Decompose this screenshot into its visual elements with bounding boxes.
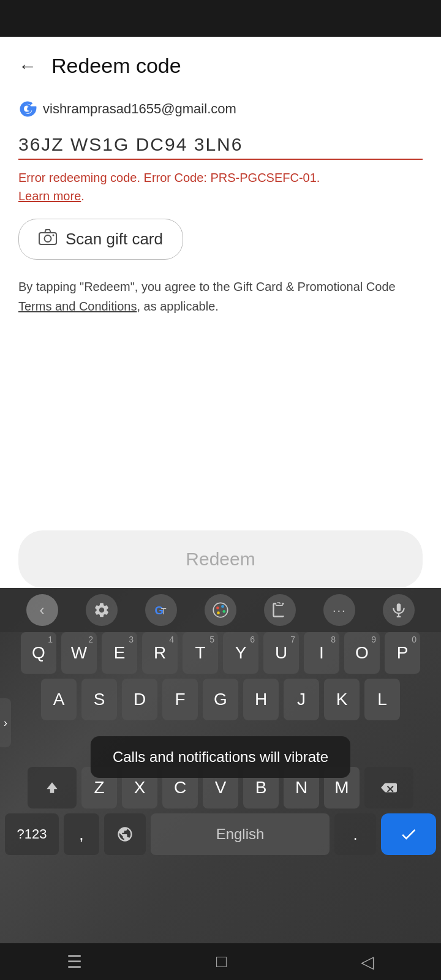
learn-more-link[interactable]: Learn more xyxy=(18,189,81,203)
sidebar-handle[interactable]: › xyxy=(0,698,11,747)
key-q[interactable]: 1Q xyxy=(21,632,56,674)
key-i[interactable]: 8I xyxy=(304,632,339,674)
svg-point-10 xyxy=(222,610,225,613)
key-k[interactable]: K xyxy=(324,679,360,720)
svg-point-4 xyxy=(53,235,55,236)
key-h[interactable]: H xyxy=(243,679,279,720)
toast-notification: Calls and notifications will vibrate xyxy=(91,736,350,778)
nav-bar: ☰ □ ◁ xyxy=(0,943,441,980)
key-f[interactable]: F xyxy=(162,679,198,720)
key-t[interactable]: 5T xyxy=(183,632,218,674)
key-e[interactable]: 3E xyxy=(102,632,137,674)
key-backspace[interactable] xyxy=(364,767,413,809)
key-globe[interactable] xyxy=(104,813,146,855)
key-o[interactable]: 9O xyxy=(344,632,380,674)
account-email: vishramprasad1655@gmail.com xyxy=(43,101,236,117)
error-text: Error redeeming code. Error Code: PRS-PG… xyxy=(18,171,320,184)
keyboard-toolbar: ‹ G T ··· xyxy=(0,588,441,632)
key-space[interactable]: English xyxy=(151,813,330,855)
page-title: Redeem code xyxy=(51,54,181,78)
scan-gift-card-button[interactable]: Scan gift card xyxy=(18,219,183,260)
keyboard-mic-button[interactable] xyxy=(383,594,415,626)
keyboard-translate-button[interactable]: G T xyxy=(145,594,177,626)
key-comma[interactable]: , xyxy=(64,813,99,855)
key-a[interactable]: A xyxy=(41,679,77,720)
nav-menu-button[interactable]: ☰ xyxy=(67,952,82,972)
svg-point-8 xyxy=(216,606,219,609)
key-g[interactable]: G xyxy=(203,679,238,720)
svg-text:T: T xyxy=(161,606,167,616)
account-row: G vishramprasad1655@gmail.com xyxy=(18,100,423,118)
key-symbols[interactable]: ?123 xyxy=(5,813,59,855)
nav-back-button[interactable]: ◁ xyxy=(361,952,374,972)
keyboard-settings-button[interactable] xyxy=(86,594,118,626)
google-logo: G xyxy=(18,100,37,118)
header: ← Redeem code xyxy=(18,37,423,90)
key-l[interactable]: L xyxy=(364,679,400,720)
keyboard-more-button[interactable]: ··· xyxy=(323,594,355,626)
svg-text:G: G xyxy=(21,101,32,116)
nav-home-button[interactable]: □ xyxy=(216,952,227,971)
scan-gift-card-label: Scan gift card xyxy=(66,230,163,249)
key-p[interactable]: 0P xyxy=(385,632,420,674)
code-input[interactable] xyxy=(18,130,423,160)
svg-point-9 xyxy=(221,605,224,608)
error-message: Error redeeming code. Error Code: PRS-PG… xyxy=(18,168,423,205)
key-r[interactable]: 4R xyxy=(142,632,178,674)
key-y[interactable]: 6Y xyxy=(223,632,258,674)
svg-point-7 xyxy=(213,603,227,617)
key-dot[interactable]: . xyxy=(334,813,376,855)
svg-point-3 xyxy=(45,235,51,242)
status-bar xyxy=(0,0,441,37)
key-s[interactable]: S xyxy=(81,679,117,720)
terms-suffix: , as applicable. xyxy=(137,300,218,313)
key-shift[interactable] xyxy=(28,767,77,809)
svg-point-11 xyxy=(217,611,220,614)
app-content: ← Redeem code G vishramprasad1655@gmail.… xyxy=(0,37,441,316)
redeem-button-wrapper: Redeem xyxy=(18,530,423,588)
keyboard: ‹ G T ··· 1Q 2W 3E 4R 5T 6Y 7U xyxy=(0,588,441,943)
redeem-button[interactable]: Redeem xyxy=(18,530,423,588)
camera-icon xyxy=(39,229,57,249)
code-input-wrapper xyxy=(18,130,423,160)
keyboard-back-button[interactable]: ‹ xyxy=(26,594,58,626)
keyboard-bottom-row: ?123 , English . xyxy=(0,813,441,855)
key-d[interactable]: D xyxy=(122,679,157,720)
keyboard-row-2: A S D F G H J K L xyxy=(0,679,441,720)
key-w[interactable]: 2W xyxy=(61,632,97,674)
terms-prefix: By tapping "Redeem", you agree to the Gi… xyxy=(18,280,396,293)
terms-text: By tapping "Redeem", you agree to the Gi… xyxy=(18,277,423,316)
key-u[interactable]: 7U xyxy=(263,632,299,674)
terms-link[interactable]: Terms and Conditions xyxy=(18,300,137,313)
keyboard-theme-button[interactable] xyxy=(205,594,236,626)
back-button[interactable]: ← xyxy=(18,57,37,75)
key-enter[interactable] xyxy=(381,813,436,855)
key-j[interactable]: J xyxy=(284,679,319,720)
keyboard-clipboard-button[interactable] xyxy=(264,594,296,626)
